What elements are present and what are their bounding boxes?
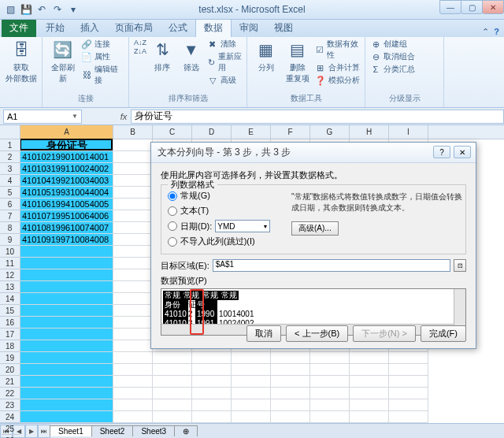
get-external-data-button[interactable]: 🗄获取 外部数据 <box>5 39 37 84</box>
cell[interactable]: 410107199510064006 <box>20 210 113 222</box>
cell[interactable] <box>113 269 153 281</box>
sheet-nav-next[interactable]: ▶ <box>25 425 38 438</box>
close-button[interactable]: ✕ <box>482 0 504 14</box>
cell[interactable] <box>113 305 153 317</box>
redo-icon[interactable]: ↷ <box>50 2 65 17</box>
cell[interactable] <box>20 281 113 293</box>
cell[interactable] <box>20 352 113 364</box>
cell[interactable]: 410106199410054005 <box>20 199 113 210</box>
range-select-button[interactable]: ⊡ <box>454 259 466 272</box>
cell[interactable] <box>192 352 232 364</box>
cell[interactable] <box>20 328 113 340</box>
cell[interactable] <box>20 246 113 258</box>
cell[interactable] <box>389 352 428 364</box>
date-format-combo[interactable]: YMD▼ <box>215 220 270 232</box>
tab-view[interactable]: 视图 <box>266 19 301 37</box>
select-all-corner[interactable] <box>0 125 20 139</box>
cell[interactable] <box>271 376 310 388</box>
row-header[interactable]: 14 <box>0 293 20 305</box>
connections-button[interactable]: 🔗连接 <box>81 39 124 50</box>
row-header[interactable]: 4 <box>0 175 20 187</box>
row-header[interactable]: 18 <box>0 340 20 352</box>
cell[interactable]: 410102199010014001 <box>20 151 113 163</box>
subtotal-button[interactable]: Σ分类汇总 <box>370 64 415 75</box>
row-header[interactable]: 3 <box>0 163 20 175</box>
sort-desc-button[interactable]: Z↓A <box>134 47 146 55</box>
new-sheet-button[interactable]: ⊕ <box>174 425 198 436</box>
cell[interactable] <box>113 293 153 305</box>
cell[interactable] <box>271 411 310 423</box>
row-header[interactable]: 5 <box>0 187 20 199</box>
undo-icon[interactable]: ↶ <box>35 2 49 17</box>
name-box[interactable]: A1▼ <box>3 110 82 124</box>
row-header[interactable]: 15 <box>0 305 20 317</box>
data-validation-button[interactable]: ☑数据有效性 <box>315 39 360 61</box>
cell[interactable] <box>20 293 113 305</box>
sort-asc-button[interactable]: A↓Z <box>134 39 146 46</box>
row-header[interactable]: 7 <box>0 210 20 222</box>
row-header[interactable]: 25 <box>0 423 20 435</box>
cell[interactable] <box>113 340 153 352</box>
cell[interactable] <box>20 269 113 281</box>
row-header[interactable]: 22 <box>0 388 20 399</box>
cell[interactable] <box>113 139 153 151</box>
radio-skip[interactable]: 不导入此列(跳过)(I) <box>168 236 459 247</box>
cell[interactable] <box>232 364 271 376</box>
row-header[interactable]: 17 <box>0 328 20 340</box>
row-header[interactable]: 19 <box>0 352 20 364</box>
row-header[interactable]: 20 <box>0 364 20 376</box>
cell[interactable] <box>389 411 428 423</box>
cell[interactable] <box>153 352 192 364</box>
formula-input[interactable]: 身份证号 <box>131 110 504 124</box>
row-header[interactable]: 1 <box>0 139 20 151</box>
clear-button[interactable]: ✖清除 <box>207 39 242 50</box>
sheet-tab-2[interactable]: Sheet2 <box>91 425 134 436</box>
row-header[interactable]: 13 <box>0 281 20 293</box>
cell[interactable] <box>20 411 113 423</box>
cell[interactable] <box>20 340 113 352</box>
cell[interactable] <box>20 364 113 376</box>
cell[interactable] <box>153 388 192 399</box>
col-header[interactable]: G <box>310 125 350 139</box>
cell[interactable] <box>232 399 271 411</box>
cell[interactable]: 身份证号 <box>20 139 113 151</box>
col-header[interactable]: I <box>389 125 428 139</box>
cell[interactable] <box>153 411 192 423</box>
col-header[interactable]: F <box>271 125 310 139</box>
refresh-all-button[interactable]: 🔄全部刷新 <box>47 39 78 84</box>
help-icon[interactable]: ? <box>494 27 499 37</box>
col-header[interactable]: E <box>232 125 271 139</box>
cell[interactable] <box>192 364 232 376</box>
tab-formulas[interactable]: 公式 <box>161 19 195 37</box>
cell[interactable] <box>350 399 389 411</box>
cell[interactable] <box>350 411 389 423</box>
cell[interactable] <box>113 199 153 210</box>
cell[interactable] <box>192 399 232 411</box>
cell[interactable] <box>113 258 153 269</box>
cancel-button[interactable]: 取消 <box>246 325 281 342</box>
cell[interactable] <box>350 376 389 388</box>
cell[interactable] <box>271 399 310 411</box>
cell[interactable] <box>20 399 113 411</box>
cell[interactable] <box>389 376 428 388</box>
edit-links-button[interactable]: ⛓编辑链接 <box>81 64 124 86</box>
tab-data[interactable]: 数据 <box>195 18 232 37</box>
cell[interactable] <box>113 222 153 234</box>
cell[interactable]: 410105199310044004 <box>20 187 113 199</box>
cell[interactable] <box>113 352 153 364</box>
minimize-button[interactable]: — <box>439 0 461 14</box>
minimize-ribbon-icon[interactable]: ⌃ <box>482 27 489 37</box>
file-tab[interactable]: 文件 <box>2 19 36 37</box>
cell[interactable] <box>310 352 350 364</box>
cell[interactable] <box>232 411 271 423</box>
advanced-filter-button[interactable]: ▽高级 <box>207 75 242 86</box>
cell[interactable] <box>153 399 192 411</box>
reapply-button[interactable]: ↻重新应用 <box>207 51 242 73</box>
qat-more-icon[interactable]: ▾ <box>66 2 80 17</box>
cell[interactable]: 410103199110024002 <box>20 163 113 175</box>
finish-button[interactable]: 完成(F) <box>421 325 466 342</box>
row-header[interactable]: 6 <box>0 199 20 210</box>
advanced-button[interactable]: 高级(A)... <box>291 221 339 236</box>
sort-button[interactable]: ⇅排序 <box>150 39 175 73</box>
col-header[interactable]: C <box>153 125 192 139</box>
